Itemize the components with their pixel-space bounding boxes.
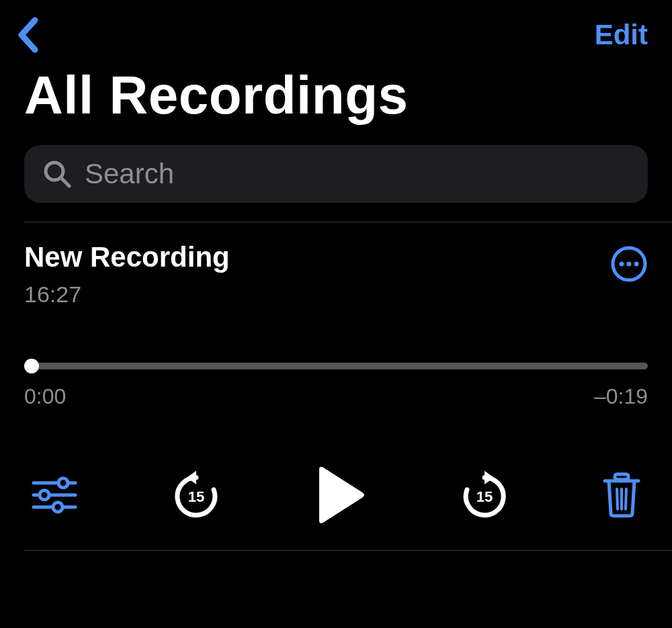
svg-point-7: [58, 478, 68, 488]
svg-line-20: [626, 489, 626, 509]
search-input[interactable]: Search: [24, 145, 648, 203]
delete-button[interactable]: [602, 472, 641, 519]
svg-marker-14: [485, 471, 494, 484]
svg-point-9: [40, 490, 49, 500]
skip-forward-15-icon: 15: [460, 471, 509, 519]
svg-marker-12: [187, 471, 196, 484]
recording-timestamp: 16:27: [24, 281, 230, 308]
ellipsis-circle-icon: [610, 245, 648, 283]
svg-line-1: [61, 178, 69, 186]
svg-text:15: 15: [187, 488, 204, 505]
divider: [24, 550, 672, 551]
svg-text:15: 15: [476, 488, 492, 505]
recording-item: New Recording 16:27 0:00 –0:19: [0, 222, 672, 550]
elapsed-time: 0:00: [24, 384, 66, 409]
more-options-button[interactable]: [610, 241, 648, 285]
play-icon: [314, 465, 366, 525]
svg-rect-17: [615, 474, 628, 480]
sliders-icon: [31, 475, 78, 515]
skip-back-button[interactable]: 15: [172, 471, 220, 519]
playback-thumb[interactable]: [24, 359, 39, 373]
svg-point-4: [627, 262, 632, 267]
remaining-time: –0:19: [594, 384, 648, 409]
svg-point-5: [634, 262, 639, 267]
search-icon: [43, 160, 71, 188]
edit-button[interactable]: Edit: [595, 19, 648, 51]
chevron-left-icon: [16, 16, 39, 54]
search-placeholder: Search: [85, 158, 174, 190]
page-title: All Recordings: [0, 59, 672, 145]
trash-icon: [602, 472, 641, 519]
playback-slider[interactable]: [28, 363, 648, 369]
skip-forward-button[interactable]: 15: [460, 471, 509, 519]
recording-title[interactable]: New Recording: [24, 241, 230, 273]
skip-back-15-icon: 15: [172, 471, 220, 519]
svg-point-11: [53, 502, 62, 512]
back-button[interactable]: [16, 16, 39, 54]
svg-line-18: [617, 489, 618, 509]
options-button[interactable]: [31, 475, 78, 515]
play-button[interactable]: [314, 465, 366, 525]
svg-point-3: [620, 262, 624, 267]
